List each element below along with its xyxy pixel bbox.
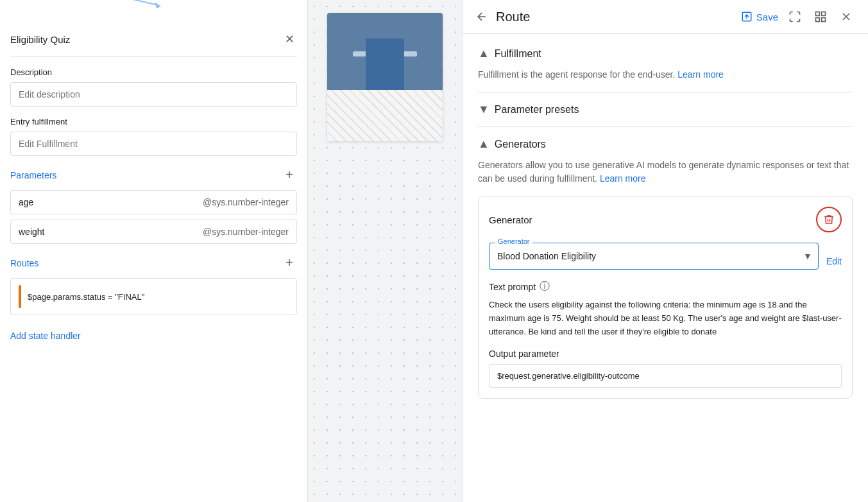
add-route-button[interactable]: + [282,254,297,272]
description-input[interactable] [10,82,297,107]
right-panel: Route Save [462,0,868,502]
divider-1 [478,92,853,92]
param-type-weight: @sys.number-integer [203,227,289,237]
canvas-area [308,0,462,502]
right-content: ▲ Fulfillment Fulfillment is the agent r… [463,34,868,411]
svg-rect-7 [822,18,826,22]
generator-card-header: Generator [489,207,842,232]
route-title: Route [496,10,733,24]
divider-2 [478,126,853,127]
generators-learn-more[interactable]: Learn more [600,173,646,184]
parameters-link[interactable]: Parameters [10,170,56,180]
param-name-weight: weight [19,227,44,237]
output-param-label: Output parameter [489,349,842,359]
add-state-handler-link[interactable]: Add state handler [10,331,297,341]
select-container: Generator Blood Donation Eligibility ▼ [489,243,819,280]
svg-marker-2 [155,2,161,8]
route-condition: $page.params.status = "FINAL" [28,292,144,302]
back-button[interactable] [475,10,488,23]
parameter-presets-section: ▼ Parameter presets [478,103,853,116]
node-top [327,13,443,90]
right-header: Route Save [463,0,868,34]
grid-button[interactable] [812,8,830,26]
node-door [366,39,404,90]
parameters-header: Parameters + [10,166,297,184]
fulfillment-input[interactable] [10,132,297,156]
svg-rect-6 [816,18,820,22]
close-right-button[interactable] [837,8,855,26]
add-parameter-button[interactable]: + [282,166,297,184]
param-row-age: age @sys.number-integer [10,190,297,214]
svg-rect-4 [816,12,820,16]
svg-rect-5 [822,12,826,16]
param-name-age: age [19,197,33,207]
param-type-age: @sys.number-integer [203,197,289,207]
close-button[interactable]: ✕ [282,30,297,49]
fulfillment-description: Fulfillment is the agent response for th… [478,68,853,82]
left-panel: Eligibility Quiz ✕ Description Entry ful… [0,0,308,502]
generators-section-title: Generators [495,139,546,150]
text-prompt-label: Text prompt ⓘ [489,280,842,293]
routes-header: Routes + [10,254,297,272]
info-icon: ⓘ [540,280,550,293]
save-label: Save [756,12,778,22]
fulfillment-collapse-icon[interactable]: ▲ [478,47,489,60]
description-label: Description [10,67,297,77]
fulfillment-header-row: ▲ Fulfillment [478,47,853,60]
delete-generator-button[interactable] [816,207,842,232]
route-indicator [19,285,21,308]
param-row-weight: weight @sys.number-integer [10,220,297,244]
expand-button[interactable] [786,8,804,26]
select-label: Generator [495,238,532,245]
fulfillment-section-title: Fulfillment [495,48,541,60]
output-param-input[interactable] [489,364,842,388]
generator-select-row: Generator Blood Donation Eligibility ▼ E… [489,243,842,280]
fulfillment-learn-more[interactable]: Learn more [677,69,724,80]
parameters-list: age @sys.number-integer weight @sys.numb… [10,190,297,249]
generator-select[interactable]: Blood Donation Eligibility [489,243,819,270]
generator-card-title: Generator [489,214,532,225]
route-row[interactable]: $page.params.status = "FINAL" [10,278,297,315]
canvas-node [327,13,443,141]
panel-header: Eligibility Quiz ✕ [10,30,297,57]
fulfillment-label: Entry fulfillment [10,117,297,126]
connector-area [10,10,297,30]
presets-collapse-icon[interactable]: ▼ [478,103,489,116]
fulfillment-section: ▲ Fulfillment Fulfillment is the agent r… [478,47,853,82]
svg-line-1 [116,0,158,5]
routes-link[interactable]: Routes [10,258,38,268]
generators-description: Generators allow you to use generative A… [478,159,853,186]
generators-header-row: ▲ Generators [478,137,853,151]
presets-section-title: Parameter presets [495,104,579,116]
generators-section: ▲ Generators Generators allow you to use… [478,137,853,399]
presets-header-row: ▼ Parameter presets [478,103,853,116]
save-button[interactable]: Save [741,11,778,22]
node-bottom [327,90,443,141]
prompt-text: Check the users eligibility against the … [489,299,842,338]
generator-select-wrapper: Generator Blood Donation Eligibility ▼ [489,243,819,270]
panel-title: Eligibility Quiz [10,34,70,45]
edit-generator-link[interactable]: Edit [819,256,842,266]
generators-collapse-icon[interactable]: ▲ [478,137,489,151]
generator-card: Generator Generator [478,196,853,399]
